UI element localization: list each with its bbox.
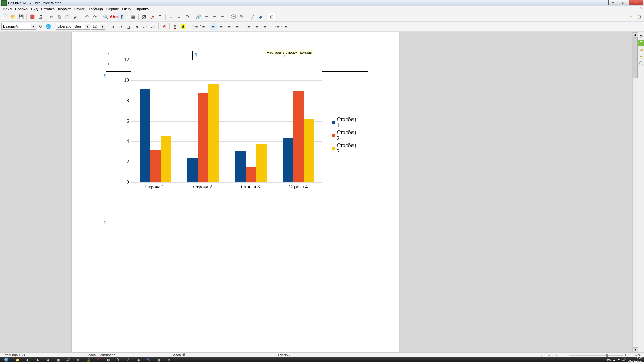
scrollbar-vertical[interactable]: ▲ ▼ — [632, 32, 638, 353]
paragraph-style-dropdown[interactable]: Базовый▾ — [1, 23, 36, 30]
clear-format-icon[interactable]: A̷ — [160, 23, 168, 30]
menu-table[interactable]: Таблица — [87, 7, 104, 11]
line-icon[interactable]: ╱ — [249, 13, 256, 20]
sidebar-navigator-icon[interactable]: ✦ — [638, 54, 644, 59]
view-book-icon[interactable]: ▭ — [553, 353, 562, 357]
numbering-icon[interactable]: 1≡ — [199, 23, 206, 30]
increase-indent-icon[interactable]: →≡ — [272, 23, 279, 30]
line-spacing-1-icon[interactable]: ≡ — [245, 23, 252, 30]
format-paint-icon[interactable]: 🖌 — [72, 13, 79, 20]
taskbar-app-icon[interactable]: Я — [93, 357, 103, 362]
taskbar-app-icon[interactable]: Y — [113, 357, 123, 362]
view-single-page-icon[interactable]: ▫ — [538, 353, 545, 357]
zoom-slider[interactable] — [569, 355, 623, 356]
menu-window[interactable]: Окно — [121, 7, 132, 11]
track-changes-icon[interactable]: ✎ — [238, 13, 245, 20]
tray-lang[interactable]: RU — [607, 358, 611, 361]
menu-insert[interactable]: Вставка — [40, 7, 56, 11]
cut-icon[interactable]: ✂ — [48, 13, 55, 20]
page-break-icon[interactable]: ⤓ — [167, 13, 175, 20]
redo-icon[interactable]: ↷ — [91, 13, 98, 20]
insert-table-icon[interactable]: ▦ — [129, 13, 137, 20]
view-multi-page-icon[interactable]: ▫▫ — [545, 353, 553, 357]
taskbar-chrome-icon[interactable]: ◉ — [133, 357, 144, 362]
maximize-button[interactable]: □ — [619, 0, 628, 5]
menu-tools[interactable]: Сервис — [105, 7, 120, 11]
copy-icon[interactable]: ⎘ — [56, 13, 63, 20]
align-justify-icon[interactable]: ≡ — [234, 23, 241, 30]
update-style-icon[interactable]: ↻ — [37, 23, 44, 30]
subscript-icon[interactable]: ab — [149, 23, 157, 30]
line-spacing-2-icon[interactable]: ≡ — [261, 23, 268, 30]
scroll-down-icon[interactable]: ▼ — [633, 347, 638, 353]
line-spacing-15-icon[interactable]: ≡ — [253, 23, 260, 30]
formatting-marks-icon[interactable]: ¶ — [118, 13, 125, 20]
insert-field-icon[interactable]: ≡ — [175, 13, 183, 20]
insert-image-icon[interactable]: 🖼 — [140, 13, 148, 20]
scroll-up-icon[interactable]: ▲ — [633, 32, 638, 38]
sidebar-gallery-icon[interactable]: ▭ — [638, 47, 644, 52]
status-page[interactable]: Страница 1 из 1 — [0, 353, 83, 357]
tray-volume-icon[interactable]: 🔊 — [622, 358, 626, 361]
tray-clock[interactable]: 11:0205.02.2017 — [628, 357, 643, 362]
bullets-icon[interactable]: ⋮≡ — [191, 23, 198, 30]
close-toolbar-icon[interactable]: ⊟ — [635, 13, 643, 20]
minimize-button[interactable]: ─ — [608, 0, 618, 5]
taskbar-app-icon[interactable]: ✉ — [73, 357, 83, 362]
taskbar-explorer-icon[interactable]: 📁 — [13, 357, 23, 362]
taskbar-app-icon[interactable]: ◐ — [23, 357, 33, 362]
superscript-icon[interactable]: ab — [141, 23, 149, 30]
italic-icon[interactable]: a — [117, 23, 124, 30]
status-style[interactable]: Базовый — [169, 353, 275, 357]
sidebar-more-icon[interactable]: ◯ — [638, 60, 644, 66]
taskbar-skype-icon[interactable]: S — [123, 357, 133, 362]
font-color-icon[interactable]: a — [171, 23, 179, 30]
shapes-icon[interactable]: ◆ — [257, 13, 264, 20]
menu-format[interactable]: Формат — [57, 7, 72, 11]
undo-icon[interactable]: ↶ — [83, 13, 90, 20]
taskbar-app-icon[interactable]: ▶ — [33, 357, 43, 362]
sidebar-properties-icon[interactable]: ⚙ — [638, 34, 644, 39]
taskbar-app-icon[interactable]: 🔊 — [63, 357, 73, 362]
taskbar-app-icon[interactable]: ▦ — [154, 357, 164, 362]
menu-styles[interactable]: Стили — [73, 7, 87, 11]
taskbar-app-icon[interactable]: ▦ — [53, 357, 63, 362]
taskbar-app-icon[interactable]: ◉ — [43, 357, 53, 362]
taskbar-app-icon[interactable]: ◐ — [103, 357, 113, 362]
footnote-icon[interactable]: ▭ — [203, 13, 210, 20]
font-name-dropdown[interactable]: Liberation Serif▾ — [56, 23, 90, 30]
print-icon[interactable]: 🖨 — [37, 13, 44, 20]
spellcheck-icon[interactable]: Abc — [110, 13, 117, 20]
font-size-dropdown[interactable]: 12▾ — [91, 23, 105, 30]
bold-icon[interactable]: a — [109, 23, 116, 30]
comment-icon[interactable]: 💬 — [230, 13, 237, 20]
highlight-icon[interactable]: ab — [179, 23, 187, 30]
chart[interactable]: Столбец 1 Столбец 2 Столбец 3 024681012С… — [112, 57, 324, 197]
status-language[interactable]: Русский — [275, 353, 348, 357]
doc-close-button[interactable]: ✕ — [640, 6, 643, 10]
menu-help[interactable]: Справка — [133, 7, 150, 11]
export-pdf-icon[interactable]: 📕 — [29, 13, 36, 20]
close-button[interactable]: ✕ — [629, 0, 643, 5]
document-area[interactable]: ¶ ¶ ¶ ¶ ¶ ¶ ¶ Настроить строку таблицы С… — [0, 32, 638, 353]
align-left-icon[interactable]: ≡ — [210, 23, 217, 30]
zoom-in-icon[interactable]: + — [625, 353, 627, 357]
strike-icon[interactable]: a — [133, 23, 141, 30]
align-right-icon[interactable]: ≡ — [226, 23, 233, 30]
menu-edit[interactable]: Правка — [14, 7, 29, 11]
menu-view[interactable]: Вид — [30, 7, 39, 11]
start-button[interactable] — [0, 357, 13, 362]
new-doc-icon[interactable]: 📄 — [1, 13, 9, 20]
zoom-out-icon[interactable]: − — [565, 353, 567, 357]
cross-ref-icon[interactable]: ▭ — [219, 13, 226, 20]
menu-file[interactable]: Файл — [1, 7, 13, 11]
draw-functions-icon[interactable]: ⊞ — [268, 13, 275, 20]
find-icon[interactable]: 🔍 — [102, 13, 109, 20]
insert-chart-icon[interactable]: ◔ — [148, 13, 156, 20]
taskbar-writer-icon[interactable]: ▭ — [164, 357, 174, 362]
bookmark-icon[interactable]: ▭ — [211, 13, 218, 20]
special-char-icon[interactable]: Ω — [183, 13, 191, 20]
hyperlink-icon[interactable]: 🔗 — [195, 13, 202, 20]
save-icon[interactable]: 💾 — [17, 13, 25, 20]
whats-this-icon[interactable]: ⚠ — [627, 13, 635, 20]
